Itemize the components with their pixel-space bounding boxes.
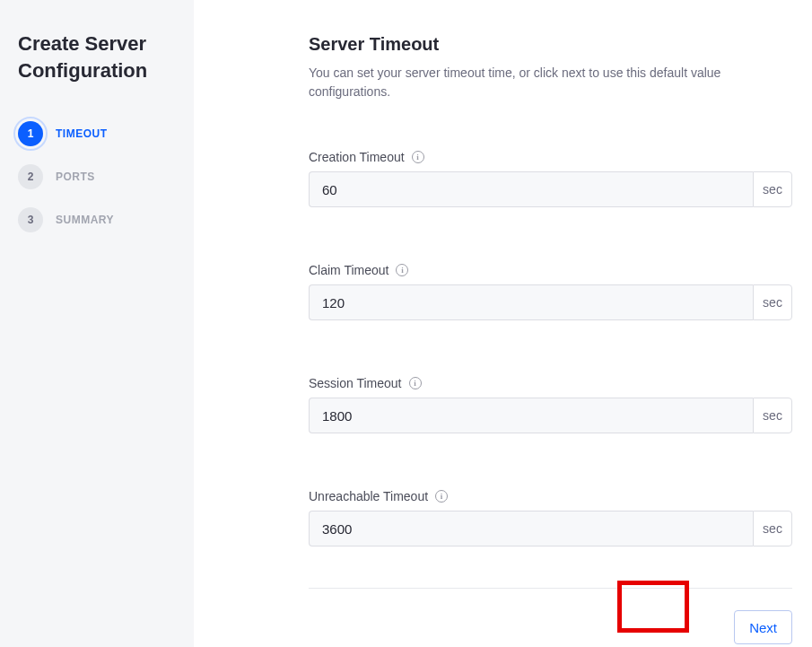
field-creation-timeout: Creation Timeout i sec [309, 150, 792, 207]
step-ports[interactable]: 2 PORTS [18, 155, 176, 198]
creation-timeout-input[interactable] [309, 171, 753, 207]
info-icon[interactable]: i [435, 490, 448, 503]
info-icon[interactable]: i [409, 377, 422, 389]
wizard-sidebar: Create Server Configuration 1 TIMEOUT 2 … [0, 0, 194, 647]
info-icon[interactable]: i [412, 151, 424, 163]
main-content: Server Timeout You can set your server t… [194, 0, 812, 647]
claim-timeout-input[interactable] [309, 284, 753, 320]
info-icon[interactable]: i [396, 264, 408, 276]
step-number-badge: 3 [18, 207, 43, 232]
step-number-badge: 2 [18, 164, 43, 189]
field-claim-timeout: Claim Timeout i sec [309, 263, 792, 320]
field-label: Claim Timeout [309, 263, 389, 277]
footer-actions: Next [309, 610, 792, 644]
page-title: Server Timeout [309, 34, 792, 55]
step-summary[interactable]: 3 SUMMARY [18, 198, 176, 241]
unit-suffix: sec [753, 511, 792, 546]
unit-suffix: sec [753, 284, 792, 320]
unit-suffix: sec [753, 398, 792, 433]
sidebar-title: Create Server Configuration [18, 31, 176, 83]
session-timeout-input[interactable] [309, 398, 753, 433]
next-button[interactable]: Next [734, 610, 792, 644]
step-number-badge: 1 [18, 121, 43, 146]
field-label: Creation Timeout [309, 150, 405, 164]
page-description: You can set your server timeout time, or… [309, 64, 775, 101]
field-label: Session Timeout [309, 376, 402, 390]
unit-suffix: sec [753, 171, 792, 207]
step-label: TIMEOUT [56, 127, 108, 140]
footer-divider [309, 588, 792, 589]
unreachable-timeout-input[interactable] [309, 511, 753, 546]
step-timeout[interactable]: 1 TIMEOUT [18, 112, 176, 155]
wizard-steps: 1 TIMEOUT 2 PORTS 3 SUMMARY [18, 112, 176, 241]
step-label: PORTS [56, 170, 95, 183]
field-label: Unreachable Timeout [309, 489, 428, 503]
step-label: SUMMARY [56, 214, 114, 226]
field-unreachable-timeout: Unreachable Timeout i sec [309, 489, 792, 546]
field-session-timeout: Session Timeout i sec [309, 376, 792, 433]
